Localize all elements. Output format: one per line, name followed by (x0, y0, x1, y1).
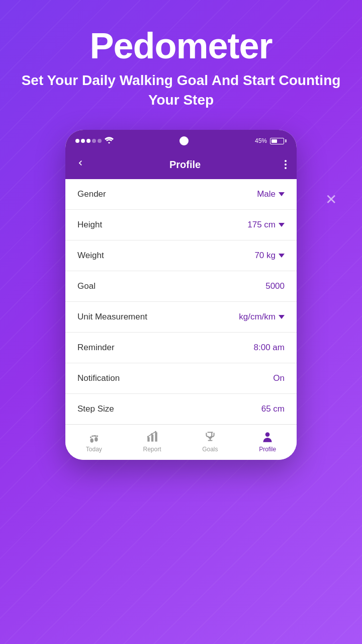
gender-label: Gender (77, 189, 106, 199)
svg-point-15 (265, 433, 270, 437)
svg-rect-8 (147, 437, 149, 442)
svg-point-11 (147, 436, 148, 438)
goal-value: 5000 (265, 281, 285, 291)
nav-today-label: Today (86, 446, 102, 453)
svg-point-13 (154, 431, 156, 433)
close-button[interactable]: ✕ (325, 191, 337, 208)
more-dot-2 (285, 164, 287, 166)
phone-mockup: 45% Profile Gender (65, 130, 297, 460)
weight-value: 70 kg (254, 251, 285, 261)
more-options-button[interactable] (285, 160, 287, 169)
battery-icon (270, 138, 287, 144)
nav-profile-label: Profile (259, 446, 276, 453)
status-center (179, 136, 189, 145)
nav-today[interactable]: Today (86, 431, 102, 453)
notification-value: On (273, 373, 285, 383)
bottom-navigation: Today Report Goals (65, 424, 297, 460)
unit-dropdown-icon (279, 315, 285, 319)
goal-item[interactable]: Goal 5000 (65, 271, 297, 302)
app-header-section: Pedometer Set Your Daily Walking Goal An… (0, 25, 362, 110)
height-item[interactable]: Height 175 cm (65, 210, 297, 240)
gender-value: Male (257, 189, 285, 199)
svg-rect-10 (155, 433, 157, 442)
svg-point-2 (90, 437, 92, 438)
status-bar: 45% (65, 130, 297, 152)
battery-fill (272, 139, 277, 143)
nav-goals[interactable]: Goals (202, 431, 218, 453)
signal-dot-3 (86, 139, 90, 143)
svg-point-7 (97, 436, 98, 437)
app-navigation-bar: Profile (65, 152, 297, 179)
back-button[interactable] (75, 158, 85, 171)
reminder-item[interactable]: Reminder 8:00 am (65, 333, 297, 363)
svg-point-4 (93, 435, 95, 437)
step-size-value: 65 cm (261, 404, 285, 414)
height-value: 175 cm (247, 220, 285, 230)
notification-label: Notification (77, 373, 120, 383)
svg-point-1 (95, 437, 98, 442)
signal-dot-4 (92, 139, 96, 143)
battery-percent: 45% (255, 137, 267, 144)
gender-item[interactable]: Gender Male (65, 179, 297, 210)
profile-list: Gender Male Height 175 cm Weight 70 kg (65, 179, 297, 424)
home-indicator (179, 136, 189, 145)
height-dropdown-icon (279, 223, 285, 227)
weight-item[interactable]: Weight 70 kg (65, 240, 297, 271)
nav-profile[interactable]: Profile (259, 431, 276, 453)
more-dot-3 (285, 167, 287, 169)
more-dot-1 (285, 160, 287, 162)
signal-dot-5 (98, 139, 102, 143)
footprint-icon (87, 431, 101, 444)
wifi-icon (105, 137, 114, 145)
svg-rect-9 (151, 435, 153, 442)
signal-dots (75, 139, 102, 143)
battery-body (270, 138, 284, 144)
height-label: Height (77, 220, 102, 230)
app-subtitle: Set Your Daily Walking Goal And Start Co… (0, 70, 362, 110)
step-size-label: Step Size (77, 404, 114, 414)
signal-dot-2 (81, 139, 85, 143)
nav-report[interactable]: Report (143, 431, 161, 453)
goals-icon (204, 431, 217, 444)
notification-item[interactable]: Notification On (65, 363, 297, 394)
profile-content: Gender Male Height 175 cm Weight 70 kg (65, 179, 297, 424)
battery-tip (285, 139, 287, 142)
app-title: Pedometer (0, 25, 362, 66)
unit-measurement-value: kg/cm/km (239, 312, 285, 322)
svg-point-14 (209, 434, 211, 435)
status-right: 45% (255, 137, 287, 144)
reminder-label: Reminder (77, 343, 115, 353)
nav-report-label: Report (143, 446, 161, 453)
reminder-value: 8:00 am (254, 343, 285, 353)
gender-dropdown-icon (279, 192, 285, 196)
weight-label: Weight (77, 251, 104, 261)
svg-point-6 (95, 435, 96, 436)
unit-measurement-item[interactable]: Unit Measurement kg/cm/km (65, 302, 297, 333)
svg-point-12 (151, 433, 152, 435)
step-size-item[interactable]: Step Size 65 cm (65, 394, 297, 424)
report-icon (146, 431, 159, 444)
nav-goals-label: Goals (202, 446, 218, 453)
signal-dot-1 (75, 139, 79, 143)
weight-dropdown-icon (279, 254, 285, 258)
status-left (75, 137, 114, 145)
profile-icon (261, 431, 274, 444)
svg-point-3 (92, 436, 93, 437)
unit-measurement-label: Unit Measurement (77, 312, 147, 322)
screen-title: Profile (169, 159, 201, 171)
svg-point-0 (90, 439, 94, 443)
goal-label: Goal (77, 281, 96, 291)
